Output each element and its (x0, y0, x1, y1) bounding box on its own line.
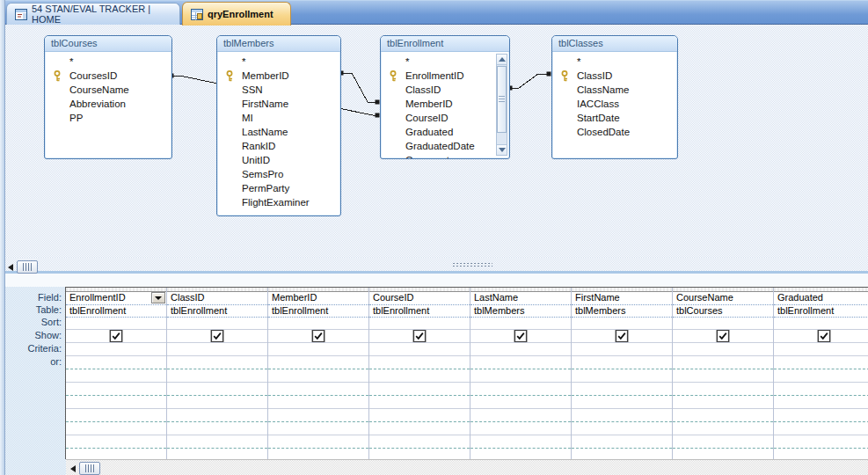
sort-cell[interactable] (774, 318, 868, 330)
criteria-cell[interactable] (66, 343, 166, 356)
show-checkbox[interactable] (413, 330, 426, 342)
tab-home[interactable]: 54 STAN/EVAL TRACKER | HOME (6, 3, 180, 25)
field-row[interactable]: * (45, 55, 171, 69)
field-cell[interactable]: LastName (470, 292, 571, 305)
show-checkbox[interactable] (717, 330, 729, 342)
field-row[interactable]: ClassID (552, 69, 677, 83)
field-row[interactable]: RankID (217, 139, 340, 153)
hscroll-thumb[interactable] (17, 260, 38, 274)
sort-cell[interactable] (673, 318, 773, 330)
table-box-tblenrollment[interactable]: tblEnrollment * EnrollmentID ClassID (380, 35, 510, 159)
criteria-cell[interactable] (673, 343, 773, 356)
field-row[interactable]: SSN (217, 83, 340, 97)
field-row[interactable]: CourseName (45, 83, 171, 97)
field-row[interactable]: PP (45, 111, 171, 125)
field-row[interactable]: IACClass (552, 97, 677, 111)
sort-cell[interactable] (268, 318, 368, 330)
table-cell[interactable]: tblEnrollment (774, 305, 868, 318)
criteria-cell[interactable] (572, 343, 672, 356)
table-box-tblcourses[interactable]: tblCourses * CoursesID CourseName (44, 35, 172, 159)
table-title[interactable]: tblEnrollment (381, 36, 509, 52)
table-cell[interactable]: tblEnrollment (66, 305, 166, 318)
field-row[interactable]: FlightExaminer (217, 195, 340, 209)
sort-cell[interactable] (572, 318, 672, 330)
table-cell[interactable]: tblCourses (673, 305, 773, 318)
show-checkbox[interactable] (616, 330, 628, 342)
field-row[interactable]: Abbreviation (45, 97, 171, 111)
scrollbar-thumb[interactable] (497, 66, 507, 133)
table-cell[interactable]: tblMembers (572, 305, 672, 318)
show-cell[interactable] (66, 330, 166, 343)
criteria-cell[interactable] (369, 343, 470, 356)
show-cell[interactable] (167, 330, 267, 343)
field-row[interactable]: LastName (217, 125, 340, 139)
show-cell[interactable] (268, 330, 368, 343)
field-row[interactable]: SemsPro (217, 167, 340, 181)
show-checkbox[interactable] (818, 330, 830, 342)
or-cell[interactable] (470, 356, 571, 369)
field-row[interactable]: ClosedDate (552, 125, 677, 139)
sort-cell[interactable] (369, 318, 470, 330)
table-cell[interactable]: tblEnrollment (167, 305, 267, 318)
or-cell[interactable] (774, 356, 868, 369)
or-cell[interactable] (673, 356, 773, 369)
field-row[interactable]: MemberID (217, 69, 340, 83)
field-row[interactable]: EnrollmentID (381, 69, 509, 83)
field-row[interactable]: FirstName (217, 97, 340, 111)
pane-splitter[interactable] (0, 258, 868, 274)
table-cell[interactable]: tblEnrollment (268, 305, 368, 318)
field-row[interactable]: * (381, 55, 509, 69)
or-cell[interactable] (66, 356, 166, 369)
field-row[interactable]: * (552, 55, 677, 69)
field-row[interactable]: PermParty (217, 181, 340, 195)
show-cell[interactable] (774, 330, 868, 343)
sort-cell[interactable] (167, 318, 267, 330)
show-cell[interactable] (673, 330, 773, 343)
field-row[interactable]: Comments (381, 153, 509, 159)
criteria-cell[interactable] (268, 343, 368, 356)
field-cell[interactable]: Graduated (774, 292, 868, 305)
show-cell[interactable] (369, 330, 470, 343)
show-checkbox[interactable] (514, 330, 527, 342)
sort-cell[interactable] (470, 318, 571, 330)
field-cell[interactable]: EnrollmentID (66, 292, 166, 305)
field-row[interactable]: CoursesID (45, 69, 171, 83)
field-list-scrollbar[interactable] (496, 54, 507, 156)
tab-qryenrollment[interactable]: qryEnrollment (182, 2, 291, 26)
criteria-cell[interactable] (167, 343, 267, 356)
field-dropdown-button[interactable] (151, 292, 165, 303)
criteria-cell[interactable] (470, 343, 571, 356)
scroll-up-button[interactable] (497, 55, 507, 65)
field-cell[interactable]: ClassID (167, 292, 267, 305)
field-row[interactable]: Graduated (381, 125, 509, 139)
field-cell[interactable]: MemberID (268, 292, 368, 305)
or-cell[interactable] (167, 356, 267, 369)
show-cell[interactable] (470, 330, 571, 343)
table-title[interactable]: tblMembers (217, 36, 340, 52)
table-title[interactable]: tblCourses (45, 36, 171, 52)
scroll-down-button[interactable] (497, 144, 507, 155)
scroll-left-arrow-icon[interactable] (8, 264, 13, 271)
splitter-grip-dots[interactable] (452, 262, 492, 267)
or-cell[interactable] (572, 356, 672, 369)
show-checkbox[interactable] (110, 330, 122, 342)
field-row[interactable]: CourseID (381, 111, 509, 125)
table-cell[interactable]: tblMembers (470, 305, 571, 318)
field-row[interactable]: ClassID (381, 83, 509, 97)
grid-horizontal-scrollbar[interactable] (66, 459, 868, 475)
table-title[interactable]: tblClasses (552, 36, 677, 52)
sort-cell[interactable] (66, 318, 166, 330)
field-row[interactable]: ClassName (552, 83, 677, 97)
table-cell[interactable]: tblEnrollment (369, 305, 470, 318)
field-row[interactable]: StartDate (552, 111, 677, 125)
show-checkbox[interactable] (211, 330, 223, 342)
or-cell[interactable] (369, 356, 470, 369)
show-cell[interactable] (572, 330, 672, 343)
field-row[interactable]: * (217, 55, 340, 69)
field-row[interactable]: UnitID (217, 153, 340, 167)
table-box-tblclasses[interactable]: tblClasses * ClassID ClassName (551, 35, 678, 159)
show-checkbox[interactable] (312, 330, 325, 342)
table-box-tblmembers[interactable]: tblMembers * MemberID SSN (216, 35, 341, 216)
field-cell[interactable]: CourseName (673, 292, 773, 305)
criteria-cell[interactable] (774, 343, 868, 356)
